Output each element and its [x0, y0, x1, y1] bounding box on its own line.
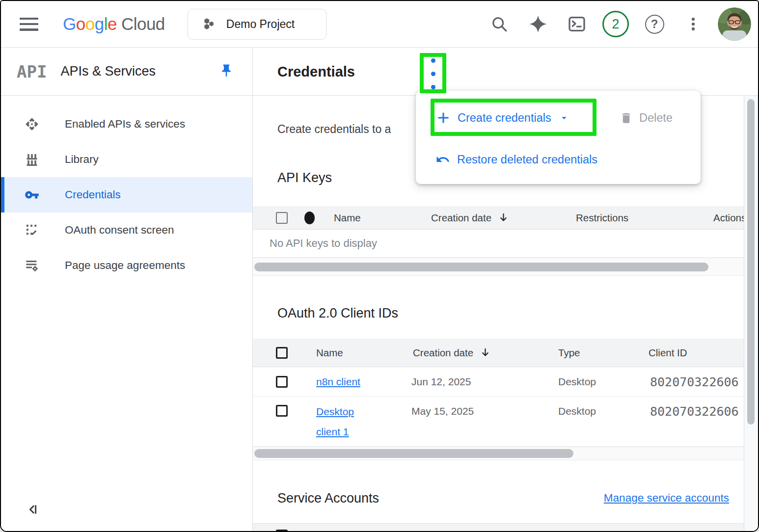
black-circle-badge	[304, 212, 315, 224]
vertical-scrollbar-thumb[interactable]	[747, 99, 755, 425]
sort-descending-icon	[498, 212, 509, 223]
notification-count: 2	[612, 17, 619, 32]
sidebar-item-enabled-apis[interactable]: Enabled APIs & services	[1, 106, 252, 142]
column-header-actions[interactable]: Actions	[713, 212, 744, 224]
page-title: Credentials	[277, 48, 355, 96]
project-name: Demo Project	[226, 18, 295, 31]
sort-descending-icon	[480, 347, 491, 358]
undo-icon	[435, 152, 450, 167]
row-checkbox[interactable]	[276, 376, 288, 388]
client-id-value: 802070322606	[650, 374, 739, 389]
gemini-assistant-button[interactable]	[524, 10, 552, 38]
pin-button[interactable]	[219, 63, 234, 80]
delete-menu-item-disabled[interactable]: Delete	[620, 91, 673, 145]
column-header-name[interactable]: Name	[334, 212, 361, 224]
sidebar-item-oauth-consent[interactable]: OAuth consent screen	[1, 213, 252, 248]
sidebar-item-credentials[interactable]: Credentials	[1, 177, 252, 213]
api-keys-hscrollbar	[253, 258, 744, 276]
google-cloud-logo[interactable]: Google Cloud	[63, 14, 165, 34]
manage-service-accounts-link[interactable]: Manage service accounts	[604, 492, 729, 505]
logo-letter: o	[85, 14, 95, 34]
logo-letter: l	[104, 14, 108, 34]
oauth-client-row: n8n client Jun 12, 2025 Desktop 80207032…	[253, 367, 744, 397]
select-all-checkbox[interactable]	[276, 530, 288, 531]
column-header-type[interactable]: Type	[558, 347, 580, 359]
sidebar-nav: Enabled APIs & services Library	[1, 96, 252, 283]
oauth-hscrollbar	[253, 447, 744, 460]
select-all-checkbox[interactable]	[276, 347, 288, 359]
help-icon: ?	[645, 15, 664, 34]
restore-deleted-credentials-menu-item[interactable]: Restore deleted credentials	[435, 140, 597, 179]
vertical-scrollbar-track	[744, 96, 758, 531]
library-icon	[25, 152, 39, 167]
sidebar-item-library[interactable]: Library	[1, 142, 252, 177]
logo-letter: G	[63, 14, 76, 34]
create-credentials-menu-item[interactable]: Create credentials	[436, 91, 569, 145]
column-header-creation-date[interactable]: Creation date	[431, 212, 509, 224]
collapse-sidebar-icon	[26, 502, 40, 517]
pin-icon	[219, 63, 234, 78]
column-header-creation-date[interactable]: Creation date	[413, 347, 491, 359]
column-header-client-id[interactable]: Client ID	[649, 347, 687, 359]
api-keys-empty-row: No API keys to display	[253, 230, 744, 258]
oauth-hscrollbar-thumb[interactable]	[254, 449, 573, 458]
logo-letter: o	[76, 14, 85, 34]
restore-label: Restore deleted credentials	[457, 153, 597, 166]
empty-state-text: No API keys to display	[270, 237, 377, 250]
api-product-logo: API	[17, 62, 47, 81]
collapse-sidebar-button[interactable]	[26, 502, 40, 518]
search-button[interactable]	[485, 10, 514, 38]
help-button[interactable]: ?	[640, 10, 669, 38]
notifications-badge-icon: 2	[602, 11, 629, 37]
column-header-name[interactable]: Name	[316, 347, 343, 359]
oauth-clients-heading: OAuth 2.0 Client IDs	[277, 306, 398, 321]
sidebar-item-page-usage[interactable]: Page usage agreements	[1, 248, 252, 283]
sidebar-item-label: Library	[65, 153, 99, 166]
service-accounts-table-header	[253, 523, 744, 531]
api-keys-heading: API Keys	[277, 170, 332, 186]
kebab-menu-icon	[431, 58, 435, 63]
more-vert-icon	[685, 16, 702, 32]
gemini-sparkle-icon	[528, 14, 548, 34]
cloud-shell-button[interactable]	[563, 10, 591, 38]
main-menu-icon[interactable]	[20, 18, 38, 31]
logo-suffix: Cloud	[121, 14, 165, 34]
project-picker-icon	[201, 17, 216, 31]
sidebar: API APIs & Services Enabled APIs & servi…	[1, 48, 253, 531]
oauth-consent-icon	[25, 223, 39, 238]
row-checkbox[interactable]	[276, 405, 288, 417]
api-keys-hscrollbar-thumb[interactable]	[254, 263, 708, 271]
client-id-value: 802070322606	[650, 404, 739, 419]
notifications-button[interactable]: 2	[601, 10, 630, 38]
select-all-checkbox[interactable]	[276, 212, 288, 224]
sidebar-item-label: Enabled APIs & services	[65, 118, 185, 131]
trash-icon	[620, 111, 633, 125]
project-picker-button[interactable]: Demo Project	[188, 9, 326, 40]
client-name-link[interactable]: Desktop client 1	[316, 401, 373, 442]
sidebar-item-label: Credentials	[65, 188, 121, 201]
avatar-photo	[718, 7, 751, 41]
creation-date-value: May 15, 2025	[411, 405, 474, 417]
logo-letter: g	[95, 14, 104, 34]
sidebar-title: APIs & Services	[60, 64, 156, 79]
more-options-button[interactable]	[679, 10, 707, 38]
top-navigation-bar: Google Cloud Demo Project	[1, 1, 758, 48]
page-header: Credentials	[253, 48, 758, 96]
create-credentials-label: Create credentials	[458, 111, 551, 125]
sidebar-header: API APIs & Services	[1, 48, 252, 96]
google-cloud-console-window: Google Cloud Demo Project	[0, 0, 759, 532]
oauth-table-header: Name Creation date Type Client ID	[253, 339, 744, 367]
delete-label: Delete	[639, 111, 673, 125]
topbar-actions: 2 ?	[485, 7, 751, 41]
key-icon	[25, 187, 39, 202]
column-header-restrictions[interactable]: Restrictions	[576, 212, 628, 224]
page-actions-kebab-button[interactable]	[423, 54, 443, 90]
search-icon	[490, 15, 509, 33]
type-value: Desktop	[558, 405, 596, 417]
client-name-link[interactable]: n8n client	[316, 376, 360, 388]
page-actions-dropdown: Create credentials Delete Restore delete…	[416, 91, 701, 184]
sidebar-item-label: OAuth consent screen	[65, 224, 174, 237]
enabled-apis-icon	[25, 117, 39, 132]
user-avatar[interactable]	[718, 7, 751, 41]
sidebar-item-label: Page usage agreements	[65, 259, 185, 272]
